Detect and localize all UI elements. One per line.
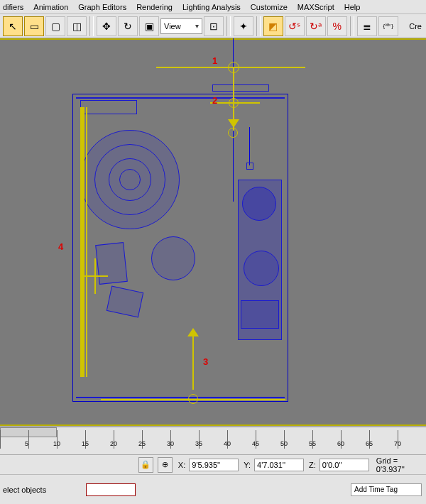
tick-label: 20 bbox=[110, 440, 117, 447]
menu-graph-editors[interactable]: Graph Editors bbox=[78, 3, 126, 11]
tick-label: 65 bbox=[366, 440, 373, 447]
tick-label: 35 bbox=[195, 440, 202, 447]
light-target-2b-icon bbox=[228, 128, 238, 138]
wireframe-box-2 bbox=[106, 286, 143, 318]
snap-cube-icon: ◩ bbox=[268, 21, 278, 32]
timeline[interactable]: 0 5 10 15 20 25 30 35 40 45 50 55 60 65 … bbox=[0, 426, 426, 454]
auto-key-button[interactable] bbox=[86, 483, 136, 496]
wireframe-fixture bbox=[212, 84, 269, 92]
abc-icon: {ᴬᴮᶜ} bbox=[383, 23, 393, 29]
wireframe-ceiling bbox=[76, 97, 285, 99]
wireframe-room bbox=[72, 94, 288, 402]
menu-modifiers[interactable]: difiers bbox=[3, 3, 23, 11]
viewport-top[interactable]: 1 2 3 4 bbox=[0, 38, 426, 426]
light-arrowhead-2-icon bbox=[228, 119, 239, 128]
named-selection-button[interactable]: ≣ bbox=[357, 16, 377, 36]
tick-label: 40 bbox=[224, 440, 231, 447]
arrow-cursor-icon: ↖ bbox=[9, 21, 17, 32]
viewport-marker-4: 4 bbox=[58, 241, 63, 252]
light-helper-bottom-vert bbox=[192, 333, 194, 390]
move-icon: ✥ bbox=[102, 21, 111, 32]
wireframe-small-circle bbox=[151, 236, 195, 280]
coordinate-bar: 🔒 ⊕ X: Y: Z: Grid = 0'3.937'' bbox=[0, 454, 426, 474]
toolbar-separator bbox=[89, 16, 94, 36]
manipulate-icon: ✦ bbox=[239, 21, 248, 32]
coord-y: Y: bbox=[241, 459, 304, 471]
add-time-tag-button[interactable]: Add Time Tag bbox=[351, 483, 422, 496]
selection-box-icon: ▭ bbox=[30, 21, 39, 32]
wireframe-pendant-cord bbox=[249, 127, 250, 165]
wireframe-box-1 bbox=[95, 242, 128, 285]
menu-animation[interactable]: Animation bbox=[33, 3, 68, 11]
coord-y-input[interactable] bbox=[254, 459, 304, 471]
light-target-2-icon bbox=[229, 98, 239, 108]
viewport-marker-3: 3 bbox=[203, 356, 208, 367]
menu-help[interactable]: Help bbox=[344, 3, 361, 11]
tick-label: 50 bbox=[280, 440, 288, 447]
menu-bar: difiers Animation Graph Editors Renderin… bbox=[0, 0, 426, 14]
grid-size-label: Grid = 0'3.937'' bbox=[376, 456, 426, 473]
scale-button[interactable]: ▣ bbox=[139, 16, 159, 36]
window-crossing-button[interactable]: ◫ bbox=[67, 16, 87, 36]
tick-label: 45 bbox=[252, 440, 259, 447]
coord-x-input[interactable] bbox=[189, 459, 239, 471]
pivot-icon: ⊡ bbox=[209, 21, 218, 32]
light-helper-4-horz bbox=[82, 275, 108, 277]
reference-coordinate-dropdown[interactable]: View bbox=[160, 18, 202, 34]
selection-set-button[interactable]: {ᴬᴮᶜ} bbox=[378, 16, 398, 36]
bottom-status-bar: elect objects Add Time Tag bbox=[0, 474, 426, 504]
tick-label: 25 bbox=[138, 440, 146, 447]
scale-icon: ▣ bbox=[145, 21, 154, 32]
menu-customize[interactable]: Customize bbox=[251, 3, 288, 11]
select-region-button[interactable]: ▢ bbox=[45, 16, 65, 36]
guide-strip-left bbox=[80, 107, 84, 377]
time-tag-label: Add Time Tag bbox=[354, 486, 398, 493]
wireframe-cabinet-shelf bbox=[241, 300, 279, 329]
tick-label: 5 bbox=[25, 440, 28, 447]
menu-lighting-analysis[interactable]: Lighting Analysis bbox=[182, 3, 241, 11]
use-pivot-button[interactable]: ⊡ bbox=[204, 16, 224, 36]
rotate-icon: ↻ bbox=[124, 21, 132, 32]
transform-icon: ⊕ bbox=[162, 460, 168, 469]
timeline-ticks: 0 5 10 15 20 25 30 35 40 45 50 55 60 65 … bbox=[0, 430, 426, 449]
spinner-snap-button[interactable]: % bbox=[327, 16, 347, 36]
toolbar-overflow-label: Cre bbox=[409, 22, 423, 31]
tick-label: 60 bbox=[337, 440, 344, 447]
toolbar-separator bbox=[226, 16, 231, 36]
light-target-3-icon bbox=[188, 394, 198, 404]
light-arrowhead-3-icon bbox=[187, 328, 199, 336]
wireframe-cabinet-detail bbox=[242, 187, 276, 221]
viewport-border-top bbox=[0, 38, 426, 40]
rotate-button[interactable]: ↻ bbox=[118, 16, 138, 36]
dropdown-label: View bbox=[164, 22, 181, 31]
coord-z: Z: bbox=[307, 459, 369, 471]
menu-maxscript[interactable]: MAXScript bbox=[297, 3, 334, 11]
viewport-marker-2: 2 bbox=[212, 95, 217, 106]
select-arrow-button[interactable]: ↖ bbox=[3, 16, 23, 36]
main-toolbar: ↖ ▭ ▢ ◫ ✥ ↻ ▣ View ⊡ ✦ ◩ ↺ˢ ↻ᵃ % ≣ {ᴬᴮᶜ}… bbox=[0, 14, 426, 38]
menu-rendering[interactable]: Rendering bbox=[136, 3, 173, 11]
wireframe-floor-edge bbox=[76, 397, 285, 398]
coord-x-label: X: bbox=[176, 461, 187, 469]
coord-x: X: bbox=[176, 459, 239, 471]
tick-label: 30 bbox=[167, 440, 174, 447]
coord-y-label: Y: bbox=[241, 461, 253, 469]
select-manipulate-button[interactable]: ✦ bbox=[234, 16, 253, 36]
transform-type-in-button[interactable]: ⊕ bbox=[158, 457, 173, 473]
lock-selection-button[interactable]: 🔒 bbox=[138, 457, 153, 473]
toolbar-separator bbox=[350, 16, 354, 36]
toolbar-separator bbox=[256, 16, 261, 36]
angle-snap-button[interactable]: ↺ˢ bbox=[285, 16, 305, 36]
select-name-button[interactable]: ▭ bbox=[24, 16, 44, 36]
percent-snap-button[interactable]: ↻ᵃ bbox=[306, 16, 326, 36]
move-button[interactable]: ✥ bbox=[97, 16, 116, 36]
tick-label: 10 bbox=[53, 440, 60, 447]
wireframe-circle-ring bbox=[119, 169, 141, 190]
tick-label: 70 bbox=[394, 440, 401, 447]
dashed-rect-icon: ▢ bbox=[51, 21, 60, 32]
status-hint: elect objects bbox=[0, 486, 46, 494]
coord-z-input[interactable] bbox=[320, 459, 369, 471]
lock-icon: 🔒 bbox=[141, 460, 151, 469]
snap-toggle-button[interactable]: ◩ bbox=[263, 16, 283, 36]
angle-snap-icon: ↺ˢ bbox=[288, 21, 300, 32]
